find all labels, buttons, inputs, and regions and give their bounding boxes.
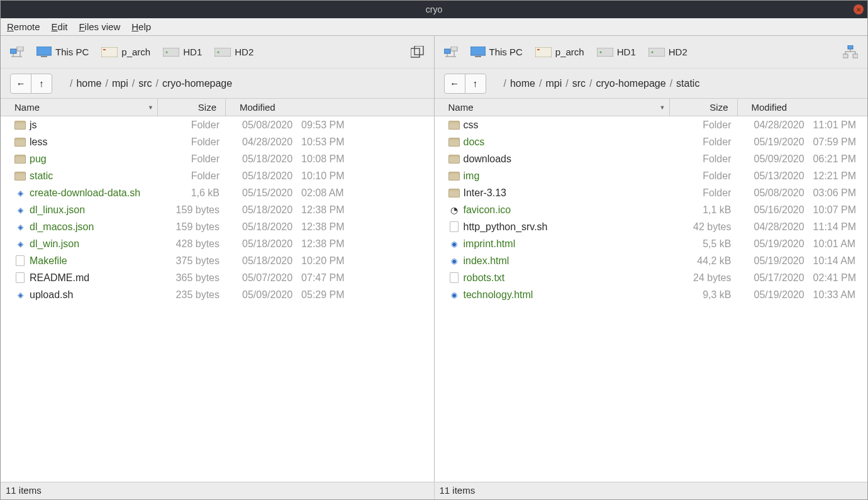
file-size: 159 bytes xyxy=(160,204,228,216)
close-icon[interactable]: ✕ xyxy=(854,4,864,14)
svg-rect-28 xyxy=(848,45,853,49)
file-row[interactable]: favicon.ico1,1 kB05/16/202010:07 PM xyxy=(435,201,868,218)
svg-rect-14 xyxy=(415,46,423,55)
svg-rect-1 xyxy=(17,47,23,51)
file-row[interactable]: pugFolder05/18/202010:08 PM xyxy=(1,150,434,167)
file-row[interactable]: cssFolder04/28/202011:01 PM xyxy=(435,116,868,133)
file-row[interactable]: dl_win.json428 bytes05/18/202012:38 PM xyxy=(1,235,434,252)
file-size: Folder xyxy=(672,136,740,148)
file-size: Folder xyxy=(672,187,740,199)
menu-help[interactable]: Help xyxy=(131,21,151,32)
folder-icon xyxy=(14,136,26,148)
file-row[interactable]: imgFolder05/13/202012:21 PM xyxy=(435,167,868,184)
breadcrumb-segment[interactable]: home xyxy=(76,78,101,89)
right-pane: This PC p_arch HD1 HD2 ← ↑ /home/mpi/src… xyxy=(435,36,868,482)
tree-view-icon[interactable] xyxy=(843,45,858,59)
file-row[interactable]: staticFolder05/18/202010:10 PM xyxy=(1,167,434,184)
file-row[interactable]: robots.txt24 bytes05/17/202002:41 PM xyxy=(435,269,868,286)
file-modified: 04/28/202011:01 PM xyxy=(740,119,865,131)
file-row[interactable]: docsFolder05/19/202007:59 PM xyxy=(435,133,868,150)
p-arch-button[interactable]: p_arch xyxy=(535,47,584,57)
right-headers: Name▼ Size Modified xyxy=(435,99,868,116)
header-modified[interactable]: Modified xyxy=(738,99,868,116)
file-row[interactable]: index.html44,2 kB05/19/202010:14 AM xyxy=(435,252,868,269)
breadcrumb-segment[interactable]: static xyxy=(676,78,699,89)
file-name: dl_linux.json xyxy=(30,204,85,216)
left-breadcrumbs: /home/mpi/src/cryo-homepage xyxy=(70,78,232,89)
file-modified: 05/17/202002:41 PM xyxy=(740,272,865,284)
hd2-button[interactable]: HD2 xyxy=(648,47,687,57)
window-title: cryo xyxy=(426,4,442,14)
folder-icon xyxy=(14,170,26,182)
header-size[interactable]: Size xyxy=(158,99,226,116)
file-name: README.md xyxy=(30,272,89,284)
breadcrumb-segment[interactable]: mpi xyxy=(112,78,128,89)
file-size: 42 bytes xyxy=(672,221,740,233)
file-name: Makefile xyxy=(30,255,67,267)
file-row[interactable]: README.md365 bytes05/07/202007:47 PM xyxy=(1,269,434,286)
breadcrumb-segment[interactable]: src xyxy=(138,78,152,89)
file-row[interactable]: upload.sh235 bytes05/09/202005:29 PM xyxy=(1,286,434,303)
file-name: less xyxy=(30,136,47,148)
svg-rect-30 xyxy=(853,54,858,58)
json-icon xyxy=(14,204,26,216)
back-button[interactable]: ← xyxy=(10,74,31,94)
file-row[interactable]: jsFolder05/08/202009:53 PM xyxy=(1,116,434,133)
file-row[interactable]: Makefile375 bytes05/18/202010:20 PM xyxy=(1,252,434,269)
up-button[interactable]: ↑ xyxy=(31,74,52,94)
file-row[interactable]: Inter-3.13Folder05/08/202003:06 PM xyxy=(435,184,868,201)
header-name[interactable]: Name▼ xyxy=(1,99,158,116)
hd2-button[interactable]: HD2 xyxy=(214,47,253,57)
breadcrumb-segment[interactable]: home xyxy=(510,78,535,89)
left-file-list[interactable]: jsFolder05/08/202009:53 PMlessFolder04/2… xyxy=(1,116,434,482)
hd1-button[interactable]: HD1 xyxy=(597,47,636,57)
panes: This PC p_arch HD1 HD2 ← ↑ /home/mpi/src… xyxy=(1,36,867,482)
svg-point-25 xyxy=(599,51,601,53)
titlebar: cryo ✕ xyxy=(1,1,867,18)
svg-rect-8 xyxy=(103,49,106,50)
file-size: 24 bytes xyxy=(672,272,740,284)
breadcrumb-segment[interactable]: cryo-homepage xyxy=(596,78,665,89)
left-pathbar: ← ↑ /home/mpi/src/cryo-homepage xyxy=(1,69,434,99)
network-icon[interactable] xyxy=(444,47,458,58)
file-row[interactable]: downloadsFolder05/09/202006:21 PM xyxy=(435,150,868,167)
file-row[interactable]: lessFolder04/28/202010:53 PM xyxy=(1,133,434,150)
file-name: index.html xyxy=(464,255,509,267)
dual-pane-icon[interactable] xyxy=(411,46,425,58)
header-modified[interactable]: Modified xyxy=(226,99,434,116)
file-name: upload.sh xyxy=(30,289,73,301)
svg-point-12 xyxy=(218,51,220,53)
network-icon[interactable] xyxy=(10,47,24,58)
svg-rect-16 xyxy=(451,47,457,51)
back-button[interactable]: ← xyxy=(444,74,465,94)
file-name: docs xyxy=(464,136,485,148)
file-name: dl_macos.json xyxy=(30,221,94,233)
file-row[interactable]: create-download-data.sh1,6 kB05/15/20200… xyxy=(1,184,434,201)
p-arch-label: p_arch xyxy=(121,47,150,57)
p-arch-button[interactable]: p_arch xyxy=(101,47,150,57)
file-row[interactable]: imprint.html5,5 kB05/19/202010:01 AM xyxy=(435,235,868,252)
breadcrumb-segment[interactable]: src xyxy=(572,78,586,89)
breadcrumb-segment[interactable]: mpi xyxy=(545,78,562,89)
file-name: img xyxy=(464,170,480,182)
right-file-list[interactable]: cssFolder04/28/202011:01 PMdocsFolder05/… xyxy=(435,116,868,482)
this-pc-button[interactable]: This PC xyxy=(470,47,523,58)
this-pc-button[interactable]: This PC xyxy=(36,47,89,58)
file-modified: 05/15/202002:08 AM xyxy=(228,187,431,199)
svg-rect-11 xyxy=(214,48,231,57)
menu-edit[interactable]: Edit xyxy=(52,21,68,32)
folder-icon xyxy=(448,136,460,148)
file-row[interactable]: technology.html9,3 kB05/19/202010:33 AM xyxy=(435,286,868,303)
up-button[interactable]: ↑ xyxy=(465,74,486,94)
header-size[interactable]: Size xyxy=(670,99,738,116)
header-name[interactable]: Name▼ xyxy=(435,99,670,116)
hd1-button[interactable]: HD1 xyxy=(163,47,202,57)
right-toolbar: This PC p_arch HD1 HD2 xyxy=(435,36,868,69)
menu-files-view[interactable]: Files view xyxy=(79,21,120,32)
file-size: 375 bytes xyxy=(160,255,228,267)
breadcrumb-segment[interactable]: cryo-homepage xyxy=(162,78,232,89)
file-row[interactable]: dl_macos.json159 bytes05/18/202012:38 PM xyxy=(1,218,434,235)
menu-remote[interactable]: Remote xyxy=(7,21,40,32)
file-row[interactable]: http_python_srv.sh42 bytes04/28/202011:1… xyxy=(435,218,868,235)
file-row[interactable]: dl_linux.json159 bytes05/18/202012:38 PM xyxy=(1,201,434,218)
